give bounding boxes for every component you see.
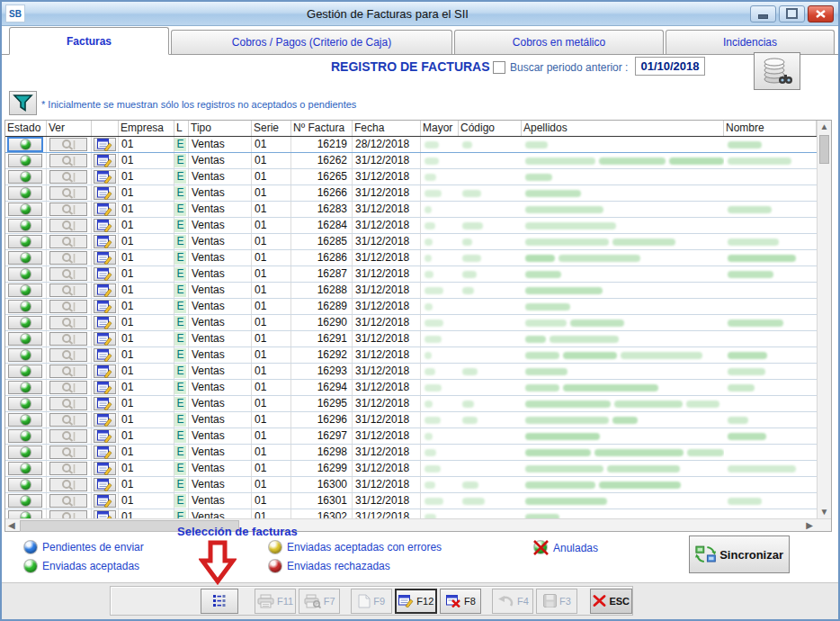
column-header-edit[interactable]: [92, 121, 119, 136]
maximize-button[interactable]: [779, 5, 805, 22]
periodo-date-field[interactable]: 01/10/2018: [635, 57, 705, 76]
column-header-codigo[interactable]: Código: [459, 121, 522, 136]
view-button[interactable]: [49, 348, 87, 362]
view-button[interactable]: [49, 251, 87, 265]
estado-status-button[interactable]: [8, 170, 42, 184]
estado-status-button[interactable]: [8, 332, 42, 346]
estado-status-button[interactable]: [8, 429, 42, 443]
horizontal-scrollbar[interactable]: ◀ ▶: [5, 518, 831, 531]
estado-status-button[interactable]: [8, 267, 42, 281]
titlebar[interactable]: SB Gestión de Facturas para el SII: [2, 2, 838, 26]
view-button[interactable]: [49, 478, 87, 491]
invoice-row[interactable]: 01EVentas011629431/12/2018: [5, 380, 831, 396]
invoice-row[interactable]: 01EVentas011628531/12/2018: [5, 234, 831, 250]
estado-status-button[interactable]: [8, 154, 42, 167]
invoice-row[interactable]: 01EVentas011629331/12/2018: [5, 364, 831, 380]
estado-status-button[interactable]: [8, 186, 42, 200]
scroll-up-icon[interactable]: ▲: [818, 122, 831, 132]
tab-facturas[interactable]: Facturas: [9, 27, 169, 55]
estado-status-button[interactable]: [8, 413, 42, 427]
edit-row-button[interactable]: [94, 381, 116, 394]
view-button[interactable]: [49, 413, 87, 427]
invoice-row[interactable]: 01EVentas011626231/12/2018: [5, 153, 831, 169]
view-button[interactable]: [49, 202, 87, 216]
invoice-row[interactable]: 01EVentas011630031/12/2018: [5, 477, 831, 493]
edit-row-button[interactable]: [94, 154, 116, 167]
view-button[interactable]: [49, 397, 87, 410]
view-button[interactable]: [49, 170, 87, 184]
estado-status-button[interactable]: [8, 446, 42, 459]
edit-row-button[interactable]: [94, 397, 116, 410]
edit-row-button[interactable]: [94, 267, 116, 281]
toolbar-button-esc[interactable]: ESC: [590, 589, 632, 614]
toolbar-button-f12[interactable]: F12: [395, 589, 437, 614]
scroll-down-icon[interactable]: ▼: [818, 507, 831, 518]
column-header-nfactura[interactable]: Nº Factura: [291, 121, 353, 136]
estado-status-button[interactable]: [8, 381, 42, 394]
view-button[interactable]: [49, 494, 87, 508]
column-header-l[interactable]: L: [174, 121, 189, 136]
estado-status-button[interactable]: [8, 478, 42, 491]
column-header-fecha[interactable]: Fecha: [353, 121, 421, 136]
estado-status-button[interactable]: [8, 364, 42, 378]
estado-status-button[interactable]: [8, 284, 42, 297]
column-header-tipo[interactable]: Tipo: [189, 121, 252, 136]
estado-status-button[interactable]: [8, 202, 42, 216]
search-database-button[interactable]: [754, 52, 800, 90]
edit-row-button[interactable]: [94, 364, 116, 378]
view-button[interactable]: [49, 332, 87, 346]
edit-row-button[interactable]: [94, 235, 116, 248]
view-button[interactable]: [49, 219, 87, 232]
invoice-row[interactable]: 01EVentas011628731/12/2018: [5, 266, 831, 283]
edit-row-button[interactable]: [94, 462, 116, 475]
filter-button[interactable]: [9, 91, 37, 115]
view-button[interactable]: [49, 235, 87, 248]
edit-row-button[interactable]: [94, 348, 116, 362]
estado-status-button[interactable]: [8, 397, 42, 410]
column-header-empresa[interactable]: Empresa: [119, 121, 174, 136]
invoice-row[interactable]: 01EVentas011629631/12/2018: [5, 412, 831, 428]
toolbar-button-f7[interactable]: F7: [299, 589, 340, 614]
estado-status-button[interactable]: [8, 348, 42, 362]
view-button[interactable]: [49, 446, 87, 459]
estado-status-button[interactable]: [8, 251, 42, 265]
invoice-row[interactable]: 01EVentas011628631/12/2018: [5, 250, 831, 266]
minimize-button[interactable]: [750, 5, 776, 22]
toolbar-button-f8[interactable]: F8: [440, 589, 481, 614]
estado-status-button[interactable]: [8, 494, 42, 508]
view-button[interactable]: [49, 381, 87, 394]
edit-row-button[interactable]: [94, 413, 116, 427]
edit-row-button[interactable]: [94, 300, 116, 313]
edit-row-button[interactable]: [94, 316, 116, 329]
toolbar-button-f11[interactable]: F11: [255, 589, 296, 614]
estado-status-button[interactable]: [8, 235, 42, 248]
edit-row-button[interactable]: [94, 478, 116, 491]
toolbar-button-f9[interactable]: F9: [351, 589, 392, 614]
edit-row-button[interactable]: [94, 202, 116, 216]
buscar-periodo-checkbox[interactable]: [493, 61, 505, 74]
scroll-left-icon[interactable]: ◀: [8, 520, 15, 531]
edit-row-button[interactable]: [94, 186, 116, 200]
invoice-row[interactable]: 01EVentas011621928/12/2018: [5, 137, 831, 153]
scroll-right-icon[interactable]: ▶: [806, 520, 813, 531]
edit-row-button[interactable]: [94, 332, 116, 346]
tab-cobros-en-met-lico[interactable]: Cobros en metálico: [454, 30, 664, 54]
view-button[interactable]: [49, 300, 87, 313]
view-button[interactable]: [49, 364, 87, 378]
close-button[interactable]: [808, 5, 834, 22]
tab-incidencias[interactable]: Incidencias: [666, 30, 835, 54]
column-header-apellidos[interactable]: Apellidos: [522, 121, 724, 136]
edit-row-button[interactable]: [94, 284, 116, 297]
column-header-serie[interactable]: Serie: [252, 121, 291, 136]
column-header-ver[interactable]: Ver: [47, 121, 92, 136]
invoice-row[interactable]: 01EVentas011629231/12/2018: [5, 347, 831, 364]
estado-status-button[interactable]: [8, 300, 42, 313]
tab-cobros-pagos-criterio-de-caja[interactable]: Cobros / Pagos (Criterio de Caja): [171, 30, 452, 54]
invoice-row[interactable]: 01EVentas011629731/12/2018: [5, 428, 831, 445]
invoice-row[interactable]: 01EVentas011628931/12/2018: [5, 299, 831, 315]
edit-row-button[interactable]: [94, 446, 116, 459]
column-header-estado[interactable]: Estado: [5, 121, 47, 136]
estado-status-button[interactable]: [8, 462, 42, 475]
invoice-row[interactable]: 01EVentas011628831/12/2018: [5, 283, 831, 299]
invoice-row[interactable]: 01EVentas011629531/12/2018: [5, 396, 831, 412]
